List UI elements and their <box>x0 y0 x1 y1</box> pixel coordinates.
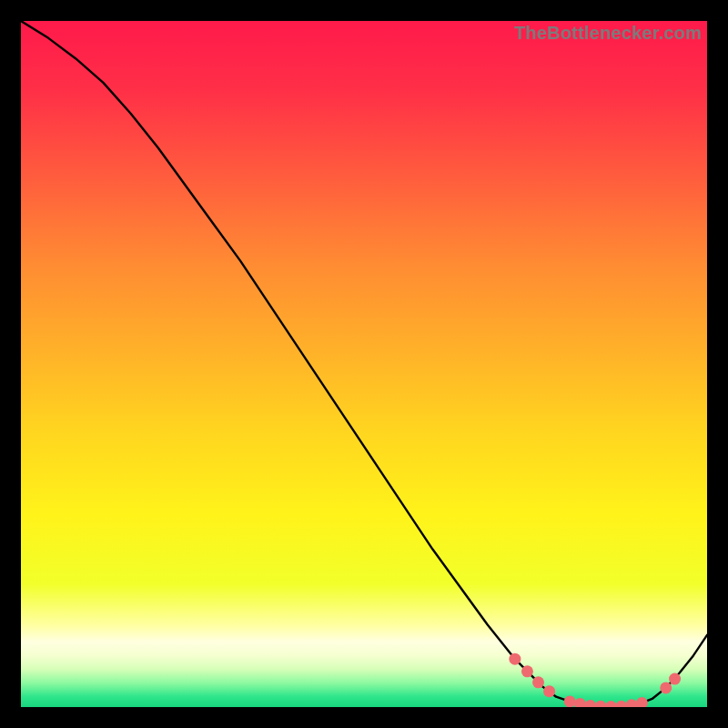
chart-frame: TheBottlenecker.com <box>21 21 707 707</box>
chart-svg <box>21 21 707 707</box>
curve-marker <box>543 685 555 697</box>
curve-marker <box>669 673 681 685</box>
curve-marker <box>509 653 521 665</box>
curve-marker <box>660 682 672 693</box>
curve-marker <box>564 695 576 707</box>
gradient-background <box>21 21 707 707</box>
attribution-label: TheBottlenecker.com <box>514 23 702 44</box>
curve-marker <box>521 665 533 677</box>
curve-marker <box>532 676 544 688</box>
